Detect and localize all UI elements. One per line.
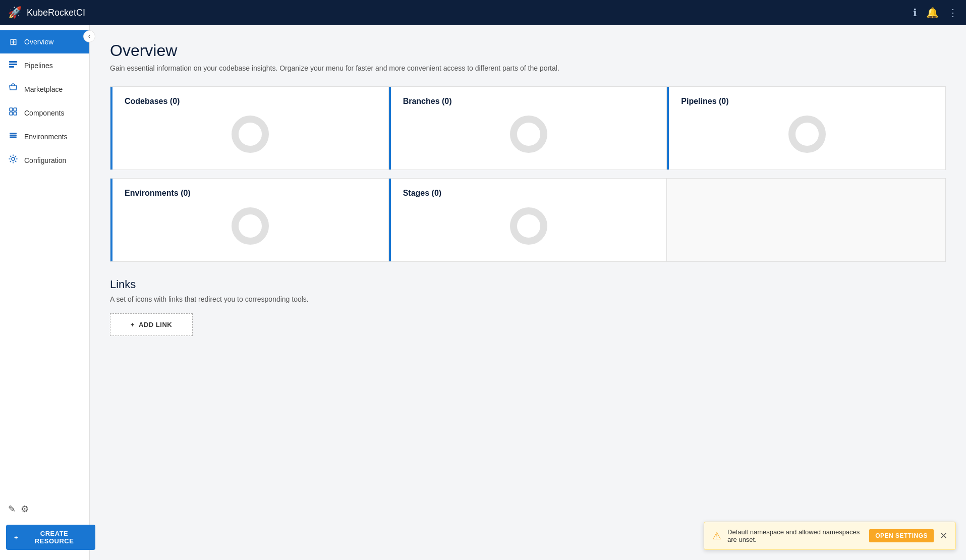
sidebar-item-configuration[interactable]: Configuration bbox=[0, 148, 89, 172]
card-environments-donut bbox=[230, 206, 270, 246]
sidebar-item-label-configuration: Configuration bbox=[24, 156, 66, 164]
svg-point-12 bbox=[514, 119, 544, 149]
links-title: Links bbox=[110, 278, 946, 291]
card-branches: Branches (0) bbox=[389, 87, 667, 170]
card-pipelines-title: Pipelines (0) bbox=[681, 97, 933, 106]
card-stages: Stages (0) bbox=[389, 179, 667, 261]
links-section: Links A set of icons with links that red… bbox=[110, 278, 946, 336]
page-description: Gain essential information on your codeb… bbox=[110, 64, 946, 72]
bottom-cards-grid: Environments (0) Stages (0) bbox=[110, 178, 946, 262]
links-description: A set of icons with links that redirect … bbox=[110, 295, 946, 303]
more-menu-icon[interactable]: ⋮ bbox=[948, 7, 958, 19]
open-settings-button[interactable]: OPEN SETTINGS bbox=[869, 529, 934, 542]
card-empty bbox=[667, 179, 945, 261]
svg-rect-6 bbox=[14, 112, 17, 115]
card-pipelines-donut bbox=[787, 114, 827, 154]
overview-icon: ⊞ bbox=[8, 36, 18, 47]
card-stages-donut bbox=[508, 206, 549, 246]
sidebar-item-marketplace[interactable]: Marketplace bbox=[0, 77, 89, 101]
card-codebases-donut bbox=[230, 114, 270, 154]
sidebar-footer: ✎ ⚙ + CREATE RESOURCE bbox=[0, 497, 89, 560]
card-environments: Environments (0) bbox=[110, 179, 389, 261]
sidebar-item-label-environments: Environments bbox=[24, 133, 68, 141]
card-branches-donut bbox=[508, 114, 549, 154]
sidebar: ‹ ⊞ Overview Pipelines bbox=[0, 25, 90, 560]
configuration-icon bbox=[8, 154, 18, 166]
svg-point-14 bbox=[235, 211, 265, 241]
navbar-logo-icon: 🚀 bbox=[8, 6, 22, 19]
settings-tool-icon[interactable]: ⚙ bbox=[21, 503, 29, 515]
notification-text: Default namespace and allowed namespaces… bbox=[727, 528, 863, 543]
environments-icon bbox=[8, 131, 18, 142]
sidebar-item-overview[interactable]: ⊞ Overview bbox=[0, 30, 89, 53]
svg-rect-7 bbox=[10, 133, 17, 134]
card-codebases-title: Codebases (0) bbox=[125, 97, 376, 106]
add-link-button[interactable]: + ADD LINK bbox=[110, 313, 193, 336]
notification-banner: ⚠ Default namespace and allowed namespac… bbox=[704, 522, 956, 550]
svg-point-11 bbox=[235, 119, 265, 149]
main-layout: ‹ ⊞ Overview Pipelines bbox=[0, 25, 966, 560]
add-link-plus-icon: + bbox=[131, 321, 135, 328]
sidebar-nav: ⊞ Overview Pipelines bbox=[0, 25, 89, 497]
svg-rect-0 bbox=[9, 61, 17, 63]
card-stages-title: Stages (0) bbox=[403, 189, 655, 198]
top-cards-grid: Codebases (0) Branches (0) Pipelines bbox=[110, 86, 946, 170]
card-environments-title: Environments (0) bbox=[125, 189, 376, 198]
navbar-title: KubeRocketCI bbox=[27, 8, 85, 18]
svg-rect-5 bbox=[10, 112, 13, 115]
svg-rect-9 bbox=[10, 137, 17, 138]
navbar-left: 🚀 KubeRocketCI bbox=[8, 6, 85, 19]
add-link-label: ADD LINK bbox=[139, 321, 172, 328]
sidebar-item-components[interactable]: Components bbox=[0, 101, 89, 125]
edit-tool-icon[interactable]: ✎ bbox=[8, 503, 16, 515]
svg-rect-3 bbox=[10, 108, 13, 111]
marketplace-icon bbox=[8, 83, 18, 95]
sidebar-item-pipelines[interactable]: Pipelines bbox=[0, 53, 89, 77]
page-title: Overview bbox=[110, 41, 946, 60]
main-content: Overview Gain essential information on y… bbox=[90, 25, 966, 560]
svg-point-13 bbox=[792, 119, 822, 149]
svg-point-15 bbox=[514, 211, 544, 241]
svg-point-10 bbox=[12, 157, 15, 160]
notification-close-button[interactable]: ✕ bbox=[940, 531, 947, 540]
warning-icon: ⚠ bbox=[712, 530, 721, 542]
card-codebases: Codebases (0) bbox=[110, 87, 389, 170]
navbar: 🚀 KubeRocketCI ℹ 🔔 ⋮ bbox=[0, 0, 966, 25]
card-branches-title: Branches (0) bbox=[403, 97, 655, 106]
svg-rect-2 bbox=[9, 66, 14, 68]
sidebar-item-label-marketplace: Marketplace bbox=[24, 85, 63, 93]
svg-rect-4 bbox=[14, 108, 17, 111]
sidebar-item-label-overview: Overview bbox=[24, 38, 53, 46]
sidebar-item-environments[interactable]: Environments bbox=[0, 125, 89, 148]
create-resource-label: CREATE RESOURCE bbox=[21, 530, 87, 545]
sidebar-collapse-button[interactable]: ‹ bbox=[83, 30, 95, 42]
svg-rect-8 bbox=[10, 135, 17, 136]
bell-icon[interactable]: 🔔 bbox=[926, 7, 939, 19]
create-resource-button[interactable]: + CREATE RESOURCE bbox=[6, 525, 95, 550]
create-resource-plus-icon: + bbox=[14, 534, 18, 541]
card-pipelines: Pipelines (0) bbox=[667, 87, 945, 170]
pipelines-icon bbox=[8, 60, 18, 71]
navbar-right: ℹ 🔔 ⋮ bbox=[913, 7, 958, 19]
sidebar-tools: ✎ ⚙ bbox=[0, 497, 89, 521]
sidebar-item-label-components: Components bbox=[24, 109, 64, 117]
components-icon bbox=[8, 107, 18, 119]
info-icon[interactable]: ℹ bbox=[913, 7, 917, 19]
svg-rect-1 bbox=[9, 64, 17, 65]
sidebar-item-label-pipelines: Pipelines bbox=[24, 62, 53, 70]
